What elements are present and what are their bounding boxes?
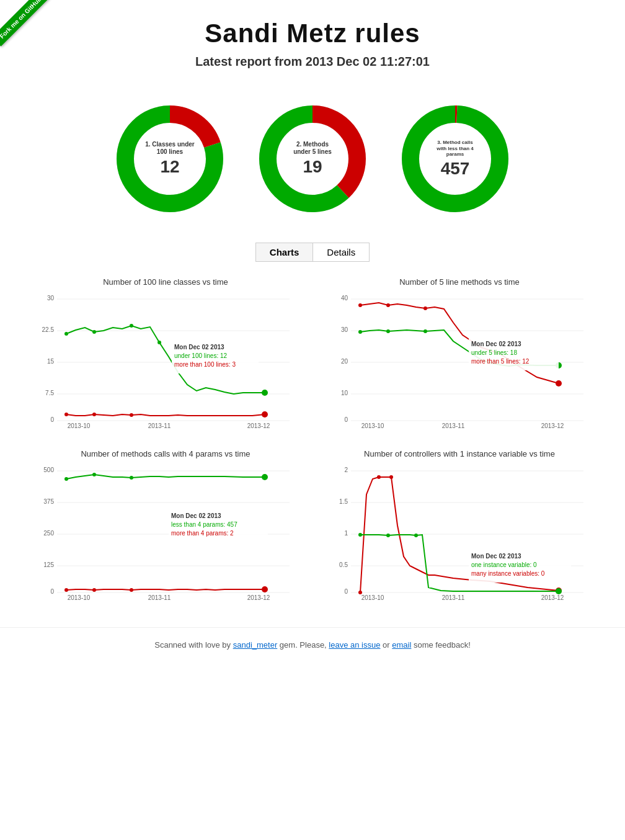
svg-text:7.5: 7.5 xyxy=(45,390,54,396)
chart4-title: Number of controllers with 1 instance va… xyxy=(319,449,600,458)
svg-text:15: 15 xyxy=(47,358,55,365)
chart-4-params: Number of methods calls with 4 params vs… xyxy=(25,449,306,602)
svg-point-79 xyxy=(262,474,268,480)
chart3-title: Number of methods calls with 4 params vs… xyxy=(25,449,306,458)
svg-text:0.5: 0.5 xyxy=(339,561,348,568)
svg-text:30: 30 xyxy=(47,295,55,302)
svg-point-27 xyxy=(130,324,133,328)
svg-text:2013-10: 2013-10 xyxy=(68,594,91,600)
chart1-title: Number of 100 line classes vs time xyxy=(25,277,306,287)
footer-link-sandi[interactable]: sandi_meter xyxy=(233,640,278,650)
svg-point-11 xyxy=(420,124,490,194)
svg-point-7 xyxy=(278,124,347,194)
svg-text:2013-11: 2013-11 xyxy=(442,422,465,428)
svg-text:2013-12: 2013-12 xyxy=(541,422,564,428)
tab-details[interactable]: Details xyxy=(312,243,370,262)
svg-text:2013-12: 2013-12 xyxy=(541,594,564,600)
svg-point-81 xyxy=(92,588,96,592)
svg-text:250: 250 xyxy=(43,530,54,537)
footer-text-after: some feedback! xyxy=(411,640,470,650)
svg-text:one instance variable: 0: one instance variable: 0 xyxy=(471,561,537,568)
donut-params: 3. Method calls with less than 4 params … xyxy=(396,100,514,218)
svg-text:1: 1 xyxy=(344,530,348,537)
tab-charts[interactable]: Charts xyxy=(255,243,313,262)
donut-classes: 1. Classes under 100 lines 12 xyxy=(111,100,229,218)
svg-text:more than 4 params: 2: more than 4 params: 2 xyxy=(171,530,234,537)
page-title: Sandi Metz rules xyxy=(0,19,625,48)
footer-link-issue[interactable]: leave an issue xyxy=(329,640,380,650)
footer-link-email[interactable]: email xyxy=(392,640,411,650)
chart4-wrapper: 2 1.5 1 0.5 0 2013-10 2013-11 2013-12 xyxy=(319,463,600,602)
svg-point-51 xyxy=(358,303,362,307)
svg-text:22.5: 22.5 xyxy=(42,326,55,333)
svg-text:0: 0 xyxy=(344,588,348,595)
svg-text:under 100 lines: 12: under 100 lines: 12 xyxy=(174,352,228,359)
svg-point-83 xyxy=(262,586,268,592)
svg-point-76 xyxy=(64,477,68,481)
svg-point-25 xyxy=(64,332,68,336)
svg-text:2013-11: 2013-11 xyxy=(442,594,465,600)
svg-point-30 xyxy=(64,413,68,416)
svg-text:2: 2 xyxy=(344,467,348,473)
donut-methods: 2. Methods under 5 lines 19 xyxy=(254,100,371,218)
svg-text:Mon Dec 02 2013: Mon Dec 02 2013 xyxy=(174,344,224,351)
svg-point-102 xyxy=(377,475,381,479)
svg-text:30: 30 xyxy=(341,326,348,333)
svg-text:more than 5 lines: 12: more than 5 lines: 12 xyxy=(471,358,530,365)
svg-point-107 xyxy=(414,534,418,537)
svg-point-57 xyxy=(423,329,427,333)
svg-text:375: 375 xyxy=(43,498,54,505)
svg-point-108 xyxy=(556,588,562,594)
footer: Scanned with love by sandi_meter gem. Pl… xyxy=(0,627,625,668)
svg-point-56 xyxy=(386,329,390,333)
chart2-wrapper: 40 30 20 10 0 2013-10 2013-11 2013-12 xyxy=(319,292,600,431)
svg-point-54 xyxy=(556,380,562,386)
chart-5-lines: Number of 5 line methods vs time 40 30 2… xyxy=(319,277,600,431)
svg-point-33 xyxy=(262,411,268,418)
svg-text:Mon Dec 02 2013: Mon Dec 02 2013 xyxy=(171,512,221,519)
donuts-row: 1. Classes under 100 lines 12 2. Methods… xyxy=(0,81,625,236)
svg-text:125: 125 xyxy=(43,561,54,568)
svg-text:20: 20 xyxy=(341,358,348,365)
chart-instance-vars: Number of controllers with 1 instance va… xyxy=(319,449,600,602)
svg-text:10: 10 xyxy=(341,390,348,396)
svg-text:many instance variables: 0: many instance variables: 0 xyxy=(471,570,545,577)
fork-ribbon-link[interactable]: Fork me on GitHub xyxy=(0,0,49,47)
svg-text:under 5 lines: 18: under 5 lines: 18 xyxy=(471,349,517,356)
svg-point-82 xyxy=(130,588,133,592)
chart3-wrapper: 500 375 250 125 0 2013-10 2013-11 2013-1… xyxy=(25,463,306,602)
report-subtitle: Latest report from 2013 Dec 02 11:27:01 xyxy=(0,55,625,69)
header: Sandi Metz rules Latest report from 2013… xyxy=(0,0,625,81)
svg-point-32 xyxy=(130,413,133,417)
tabs-row: Charts Details xyxy=(0,243,625,262)
svg-point-53 xyxy=(423,306,427,310)
svg-text:0: 0 xyxy=(50,416,54,423)
fork-ribbon: Fork me on GitHub xyxy=(0,0,56,56)
svg-point-106 xyxy=(386,534,390,537)
svg-point-52 xyxy=(386,303,390,307)
chart-100-lines: Number of 100 line classes vs time 30 22… xyxy=(25,277,306,431)
svg-point-26 xyxy=(92,330,96,334)
svg-text:2013-10: 2013-10 xyxy=(361,594,384,600)
svg-point-77 xyxy=(92,473,96,476)
svg-text:2013-12: 2013-12 xyxy=(247,422,270,428)
chart1-wrapper: 30 22.5 15 7.5 0 2013-10 2013-11 2013-12 xyxy=(25,292,306,431)
svg-point-31 xyxy=(92,413,96,416)
svg-point-29 xyxy=(262,390,268,396)
footer-text-middle: gem. Please, xyxy=(277,640,329,650)
svg-text:2013-12: 2013-12 xyxy=(247,594,270,600)
svg-point-28 xyxy=(157,341,161,344)
charts-grid: Number of 100 line classes vs time 30 22… xyxy=(0,277,625,602)
svg-text:0: 0 xyxy=(50,588,54,595)
svg-point-78 xyxy=(130,476,133,480)
svg-text:Mon Dec 02 2013: Mon Dec 02 2013 xyxy=(471,553,521,560)
svg-text:more than 100 lines: 3: more than 100 lines: 3 xyxy=(174,361,236,368)
footer-text-before: Scanned with love by xyxy=(154,640,233,650)
svg-text:less than 4 params: 457: less than 4 params: 457 xyxy=(171,521,237,528)
footer-text-between: or xyxy=(380,640,392,650)
svg-text:2013-10: 2013-10 xyxy=(361,422,384,428)
chart2-title: Number of 5 line methods vs time xyxy=(319,277,600,287)
svg-text:40: 40 xyxy=(341,295,348,302)
svg-point-55 xyxy=(358,330,362,334)
svg-point-101 xyxy=(358,591,362,594)
